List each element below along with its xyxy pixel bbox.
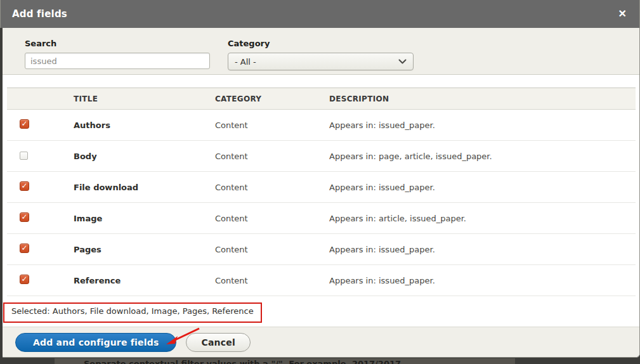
table-body: Authors Content Appears in: issued_paper… <box>7 110 636 296</box>
filter-section: Search Category - All - <box>1 28 639 75</box>
search-label: Search <box>25 39 210 48</box>
table-header-row: TITLE CATEGORY DESCRIPTION <box>7 88 636 110</box>
add-fields-dialog: Add fields ✕ Search Category - All - <box>0 0 640 358</box>
category-select[interactable]: - All - <box>228 53 414 70</box>
row-checkbox[interactable] <box>20 275 29 284</box>
screen: Add fields ✕ Search Category - All - <box>0 0 640 364</box>
field-description: Appears in: issued_paper. <box>329 120 636 130</box>
field-category: Content <box>215 276 329 285</box>
field-title: Authors <box>74 120 215 130</box>
field-description: Appears in: issued_paper. <box>329 183 636 192</box>
page-behind-left-edge <box>0 28 3 364</box>
row-checkbox[interactable] <box>20 212 29 222</box>
field-category: Content <box>215 120 329 130</box>
selected-summary: Selected: Authors, File download, Image,… <box>1 296 639 327</box>
cancel-button[interactable]: Cancel <box>186 333 250 352</box>
field-title: Image <box>74 214 215 223</box>
row-checkbox[interactable] <box>20 119 29 129</box>
table-row: File download Content Appears in: issued… <box>7 172 636 203</box>
field-category: Content <box>215 183 329 192</box>
search-group: Search <box>25 39 210 69</box>
category-selected-value: - All - <box>235 57 256 67</box>
add-and-configure-fields-button[interactable]: Add and configure fields <box>15 333 176 352</box>
close-icon[interactable]: ✕ <box>616 6 629 22</box>
category-group: Category - All - <box>228 39 414 70</box>
field-category: Content <box>215 245 329 254</box>
table-row: Pages Content Appears in: issued_paper. <box>7 234 636 265</box>
field-category: Content <box>215 214 329 223</box>
field-description: Appears in: article, issued_paper. <box>329 214 636 223</box>
search-input[interactable] <box>25 53 210 69</box>
table-row: Authors Content Appears in: issued_paper… <box>7 110 636 141</box>
chevron-down-icon <box>398 59 407 65</box>
header-description: DESCRIPTION <box>329 94 636 103</box>
row-checkbox[interactable] <box>20 244 29 253</box>
table-row: Body Content Appears in: page, article, … <box>7 141 636 172</box>
dialog-buttonpane: Add and configure fields Cancel <box>1 327 639 357</box>
field-description: Appears in: issued_paper. <box>329 245 636 254</box>
page-behind-clipped-text: Separate contextual filter values with a… <box>55 358 515 364</box>
header-category: CATEGORY <box>215 94 329 103</box>
table-row: Reference Content Appears in: issued_pap… <box>7 265 636 296</box>
category-label: Category <box>228 39 414 48</box>
field-title: Reference <box>74 276 215 285</box>
dialog-title: Add fields <box>12 8 67 20</box>
row-checkbox[interactable] <box>20 152 28 160</box>
header-title: TITLE <box>74 94 215 103</box>
field-title: Body <box>74 152 215 161</box>
field-title: File download <box>74 183 215 192</box>
field-description: Appears in: page, article, issued_paper. <box>329 152 636 161</box>
field-category: Content <box>215 152 329 161</box>
table-row: Image Content Appears in: article, issue… <box>7 203 636 234</box>
fields-table: TITLE CATEGORY DESCRIPTION Authors Conte… <box>1 75 639 296</box>
field-title: Pages <box>74 245 215 254</box>
field-description: Appears in: issued_paper. <box>329 276 636 285</box>
dialog-titlebar[interactable]: Add fields ✕ <box>1 0 639 28</box>
row-checkbox[interactable] <box>20 181 29 191</box>
